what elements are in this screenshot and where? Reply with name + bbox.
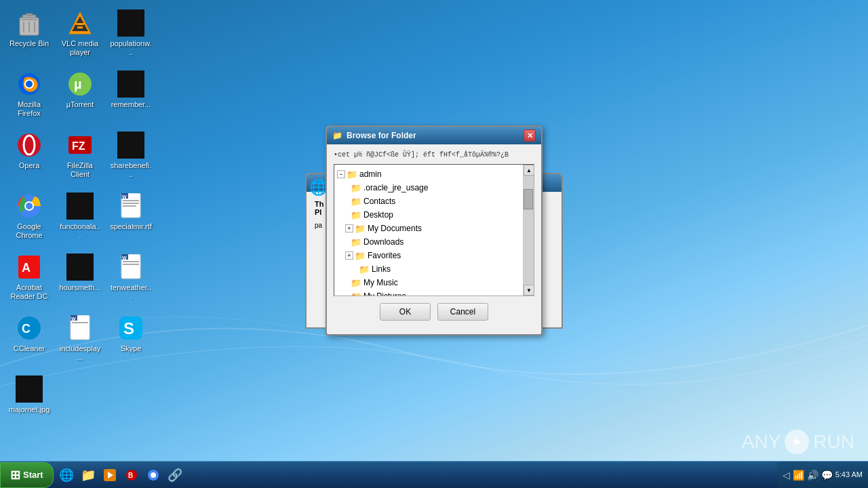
tray-arrow-icon[interactable]: ◁: [783, 470, 790, 481]
taskbar-bullguard-icon[interactable]: B: [121, 465, 142, 485]
scrollbar-up-btn[interactable]: ▲: [524, 165, 534, 176]
oracle-folder-icon: 📁: [351, 183, 361, 193]
oracle-label: .oracle_jre_usage: [363, 183, 428, 192]
expand-favorites[interactable]: +: [345, 251, 353, 260]
expand-mydocs[interactable]: +: [345, 224, 353, 232]
mydocs-folder-icon: 📁: [355, 224, 366, 234]
dialog-title-group: 📁 Browse for Folder: [332, 131, 416, 140]
desktop-folder-icon: 📁: [351, 210, 361, 220]
desktop-folder-label: Desktop: [363, 210, 393, 220]
links-folder-icon: 📁: [359, 264, 370, 274]
tree-item-mypictures[interactable]: 📁 My Pictures: [334, 289, 534, 296]
favorites-label: Favorites: [368, 251, 401, 260]
dialog-title: Browse for Folder: [347, 131, 416, 140]
taskbar-network-icon[interactable]: 🔗: [165, 465, 185, 485]
tree-item-mymusic[interactable]: 📁 My Music: [334, 276, 534, 289]
tree-scrollbar[interactable]: ▲ ▼: [523, 165, 534, 296]
folder-tree: − 📁 admin 📁 .oracle_jre_usage 📁 Contacts: [334, 165, 534, 296]
clock-time: 5:43 AM: [835, 470, 863, 480]
taskbar-right: ◁ 📶 🔊 💬 5:43 AM: [777, 462, 868, 488]
taskbar-chrome-taskbar-icon[interactable]: [143, 465, 163, 485]
clock[interactable]: 5:43 AM: [835, 470, 863, 480]
tree-item-desktop[interactable]: 📁 Desktop: [334, 208, 534, 222]
contacts-label: Contacts: [363, 197, 395, 206]
windows-orb-icon: ⊞: [10, 468, 20, 483]
tree-item-contacts[interactable]: 📁 Contacts: [334, 195, 534, 208]
taskbar-programs: 🌐 📁 B 🔗: [56, 465, 777, 485]
folder-icon: 📁: [332, 131, 342, 140]
tray-volume-icon[interactable]: 🔊: [807, 470, 818, 481]
dialog-titlebar: 📁 Browse for Folder ✕: [327, 127, 541, 144]
ok-button[interactable]: OK: [380, 303, 431, 321]
dialog-close-button[interactable]: ✕: [524, 129, 536, 142]
dialog-overlay: 📁 Browse for Folder ✕ •cet µ½ ñ@JCf<ße Û…: [0, 0, 868, 488]
tree-item-admin[interactable]: − 📁 admin: [334, 167, 534, 181]
contacts-folder-icon: 📁: [351, 197, 361, 207]
taskbar-folder-icon[interactable]: 📁: [78, 465, 98, 485]
favorites-folder-icon: 📁: [355, 251, 366, 261]
tray-action-center-icon[interactable]: 💬: [821, 470, 833, 481]
tree-item-favorites[interactable]: + 📁 Favorites: [334, 249, 534, 262]
dialog-path: •cet µ½ ñ@JCf<ße ÛŸ]; éft fHf<f_åTôµÄ%®%…: [334, 151, 534, 159]
mypictures-folder-icon: 📁: [351, 291, 361, 296]
links-label: Links: [372, 264, 391, 274]
folder-tree-container: − 📁 admin 📁 .oracle_jre_usage 📁 Contacts: [334, 164, 534, 296]
tree-item-downloads[interactable]: 📁 Downloads: [334, 235, 534, 249]
tree-item-mydocs[interactable]: + 📁 My Documents: [334, 222, 534, 235]
dialog-body: •cet µ½ ñ@JCf<ße ÛŸ]; éft fHf<f_åTôµÄ%®%…: [327, 144, 541, 334]
scrollbar-thumb[interactable]: [524, 189, 533, 209]
start-label: Start: [23, 470, 43, 480]
scrollbar-down-btn[interactable]: ▼: [524, 285, 534, 296]
tray-network-icon[interactable]: 📶: [793, 470, 804, 481]
mymusic-folder-icon: 📁: [351, 278, 361, 288]
tree-item-oracle[interactable]: 📁 .oracle_jre_usage: [334, 181, 534, 195]
admin-folder-icon: 📁: [347, 169, 357, 180]
browse-for-folder-dialog: 📁 Browse for Folder ✕ •cet µ½ ñ@JCf<ße Û…: [326, 125, 542, 336]
expand-admin[interactable]: −: [337, 170, 345, 178]
downloads-folder-icon: 📁: [351, 237, 361, 247]
mypictures-label: My Pictures: [363, 291, 406, 296]
dialog-buttons: OK Cancel: [334, 296, 534, 327]
mydocs-label: My Documents: [368, 224, 422, 233]
taskbar-media-icon[interactable]: [100, 465, 120, 485]
svg-point-50: [151, 472, 156, 478]
mymusic-label: My Music: [363, 278, 398, 287]
system-tray: ◁ 📶 🔊 💬: [783, 470, 833, 481]
start-button[interactable]: ⊞ Start: [0, 462, 54, 488]
scrollbar-track: [524, 176, 534, 285]
cancel-button[interactable]: Cancel: [437, 303, 488, 321]
admin-label: admin: [359, 169, 382, 179]
taskbar-ie-icon[interactable]: 🌐: [56, 465, 77, 485]
taskbar: ⊞ Start 🌐 📁 B 🔗 ◁ 📶: [0, 461, 868, 488]
tree-item-links[interactable]: 📁 Links: [334, 262, 534, 276]
downloads-label: Downloads: [363, 237, 403, 247]
svg-text:B: B: [128, 472, 133, 479]
